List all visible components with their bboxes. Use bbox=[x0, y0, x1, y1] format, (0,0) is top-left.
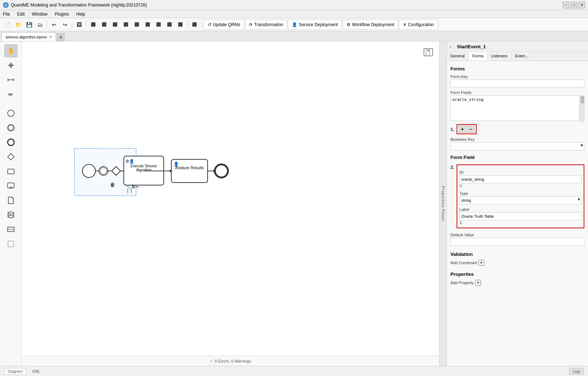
tab-simons-algorithm[interactable]: simons-algorithm.bpmn ✕ bbox=[1, 32, 56, 41]
new-tab-button[interactable]: + bbox=[57, 33, 65, 41]
annotation-button[interactable] bbox=[4, 237, 17, 250]
form-field-title: Form Field bbox=[450, 155, 584, 160]
add-property-button[interactable]: Add Property + bbox=[450, 280, 584, 286]
close-button[interactable]: ✕ bbox=[579, 2, 585, 8]
open-button[interactable]: 📁 bbox=[13, 20, 23, 30]
zoom-button[interactable]: ⬛ bbox=[189, 20, 200, 30]
new-button[interactable]: 📄 bbox=[2, 20, 12, 30]
properties-panel-toggle[interactable]: Properties Panel bbox=[439, 41, 446, 366]
tab-general[interactable]: General bbox=[447, 52, 469, 61]
intermediate-event-button[interactable] bbox=[4, 121, 17, 134]
transformation-button[interactable]: ⟳ Transformation bbox=[245, 20, 287, 30]
app-title: QuantME Modeling and Transformation Fram… bbox=[11, 3, 147, 8]
business-key-select-wrap: ▼ bbox=[450, 142, 584, 150]
task1-label: Execute Simons Algorithm bbox=[124, 163, 164, 185]
tab-extension[interactable]: Exten... bbox=[511, 52, 532, 61]
configuration-button[interactable]: ✕ Configuration bbox=[399, 20, 438, 30]
log-button[interactable]: Log bbox=[569, 368, 584, 375]
create-tool-button[interactable] bbox=[4, 59, 17, 72]
align3-button[interactable]: ⬛ bbox=[110, 20, 120, 30]
redo-button[interactable]: ↪ bbox=[60, 20, 70, 30]
service-deployment-icon: 👤 bbox=[292, 22, 297, 27]
remove-field-button[interactable]: − bbox=[467, 126, 474, 133]
id-input[interactable] bbox=[460, 175, 581, 183]
align9-button[interactable]: ⬛ bbox=[175, 20, 185, 30]
service-deployment-button[interactable]: 👤 Service Deployment bbox=[288, 20, 342, 30]
step1-label: 1. bbox=[450, 127, 454, 132]
pool-button[interactable] bbox=[4, 223, 17, 236]
hand-tool-button[interactable]: ✋ bbox=[4, 44, 17, 57]
svg-point-18 bbox=[8, 216, 14, 218]
image-button[interactable]: 🖼 bbox=[74, 20, 84, 30]
align5-button[interactable]: ⬛ bbox=[132, 20, 142, 30]
svg-point-6 bbox=[8, 110, 14, 117]
start-event-button[interactable] bbox=[4, 107, 17, 120]
tab-listeners[interactable]: Listeners bbox=[487, 52, 511, 61]
menu-window[interactable]: Window bbox=[30, 11, 49, 17]
add-field-button[interactable]: + bbox=[459, 126, 466, 133]
tab-forms[interactable]: Forms bbox=[469, 52, 487, 61]
pool-icon bbox=[7, 225, 15, 233]
add-property-label: Add Property bbox=[450, 281, 474, 285]
lasso-tool-button[interactable]: ✏ bbox=[4, 88, 17, 101]
save-button[interactable]: 💾 bbox=[24, 20, 34, 30]
nav-back-arrow[interactable]: ‹ bbox=[450, 44, 456, 49]
align8-button[interactable]: ⬛ bbox=[164, 20, 175, 30]
menu-plugins[interactable]: Plugins bbox=[53, 11, 70, 17]
data-store-button[interactable] bbox=[4, 208, 17, 221]
end-event-button[interactable] bbox=[4, 136, 17, 149]
add-constraint-button[interactable]: Add Constraint + bbox=[450, 260, 584, 266]
align7-button[interactable]: ⬛ bbox=[154, 20, 164, 30]
window-controls[interactable]: ─ □ ✕ bbox=[563, 2, 585, 8]
end-event[interactable] bbox=[215, 164, 228, 177]
label-input[interactable] bbox=[460, 212, 581, 220]
menu-help[interactable]: Help bbox=[75, 11, 87, 17]
minimize-button[interactable]: ─ bbox=[563, 2, 569, 8]
menu-file[interactable]: File bbox=[1, 11, 11, 17]
transformation-label: Transformation bbox=[254, 22, 283, 27]
status-text: 0 Errors, 0 Warnings bbox=[215, 359, 251, 363]
type-select[interactable]: string long boolean date enum bbox=[460, 196, 581, 204]
maximize-button[interactable]: □ bbox=[571, 2, 577, 8]
properties-title: Properties bbox=[450, 271, 584, 277]
add-remove-buttons-box: + − bbox=[457, 124, 477, 134]
start-event-2-inner bbox=[100, 168, 107, 174]
start-event-1[interactable] bbox=[82, 164, 95, 177]
form-fields-label: Form Fields bbox=[450, 90, 584, 95]
align4-button[interactable]: ⬛ bbox=[121, 20, 131, 30]
subprocess-button[interactable] bbox=[4, 179, 17, 192]
id-close-button[interactable]: X bbox=[460, 183, 581, 188]
step2-label: 2. bbox=[450, 164, 454, 170]
annotation-icon bbox=[7, 240, 15, 248]
svg-point-15 bbox=[8, 212, 14, 214]
business-key-select[interactable] bbox=[450, 142, 584, 150]
add-constraint-icon: + bbox=[478, 260, 484, 266]
gateway-button[interactable] bbox=[4, 150, 17, 163]
workflow-deployment-button[interactable]: ⚙ Workflow Deployment bbox=[343, 20, 398, 30]
save-as-button[interactable]: 🗂 bbox=[35, 20, 45, 30]
form-fields-textarea[interactable]: oracle_string bbox=[450, 95, 579, 121]
data-object-button[interactable] bbox=[4, 194, 17, 207]
panel-header: ‹ StartEvent_1 bbox=[447, 41, 588, 52]
type-label: Type bbox=[460, 191, 581, 196]
update-qrms-button[interactable]: ↺ Update QRMs bbox=[204, 20, 244, 30]
default-value-input[interactable] bbox=[450, 238, 584, 246]
align1-button[interactable]: ⬛ bbox=[88, 20, 98, 30]
space-tool-button[interactable] bbox=[4, 73, 17, 86]
tab-close-button[interactable]: ✕ bbox=[49, 35, 52, 39]
diagram-tab[interactable]: Diagram bbox=[4, 368, 26, 375]
label-label: Label bbox=[460, 207, 581, 212]
task-button[interactable] bbox=[4, 165, 17, 178]
delete-icon[interactable]: 🗑 bbox=[110, 182, 115, 188]
form-key-input[interactable] bbox=[450, 79, 584, 87]
menu-edit[interactable]: Edit bbox=[16, 11, 26, 17]
diagram-canvas[interactable]: ⚙👤 Execute Simons Algorithm 🔧⚙✂ 👤 bbox=[22, 41, 439, 366]
workflow-deployment-label: Workflow Deployment bbox=[352, 22, 394, 27]
undo-button[interactable]: ↩ bbox=[49, 20, 59, 30]
xml-tab[interactable]: XML bbox=[29, 368, 44, 375]
label-close-button[interactable]: X bbox=[460, 220, 581, 225]
end-event-icon bbox=[7, 138, 15, 146]
align6-button[interactable]: ⬛ bbox=[143, 20, 153, 30]
align2-button[interactable]: ⬛ bbox=[99, 20, 109, 30]
form-fields-scrollbar[interactable] bbox=[580, 95, 584, 122]
